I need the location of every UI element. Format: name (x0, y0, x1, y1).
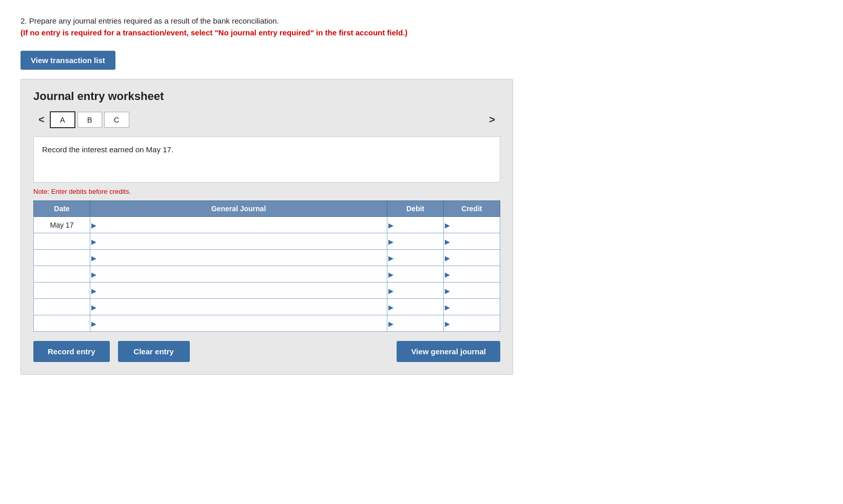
credit-cell-0[interactable]: ▶ (444, 217, 500, 233)
credit-cell-1[interactable]: ▶ (444, 233, 500, 250)
credit-input-0[interactable] (444, 217, 500, 233)
table-row: ▶▶▶ (34, 315, 500, 332)
debit-cell-4[interactable]: ▶ (387, 283, 444, 299)
credit-input-3[interactable] (444, 266, 500, 282)
header-credit: Credit (444, 201, 500, 217)
debit-input-0[interactable] (387, 217, 443, 233)
date-cell-6 (34, 315, 90, 332)
debit-cell-5[interactable]: ▶ (387, 299, 444, 315)
instruction-bold-red: (If no entry is required for a transacti… (21, 28, 407, 37)
view-general-journal-button[interactable]: View general journal (397, 341, 500, 362)
table-row: May 17▶▶▶ (34, 217, 500, 233)
date-cell-2 (34, 250, 90, 266)
credit-cell-5[interactable]: ▶ (444, 299, 500, 315)
description-box: Record the interest earned on May 17. (33, 136, 500, 183)
tabs-row: < A B C > (33, 111, 500, 128)
date-cell-1 (34, 233, 90, 250)
debit-cell-3[interactable]: ▶ (387, 266, 444, 283)
date-cell-0: May 17 (34, 217, 90, 233)
record-entry-button[interactable]: Record entry (33, 341, 110, 362)
debit-input-6[interactable] (387, 315, 443, 331)
description-text: Record the interest earned on May 17. (42, 145, 173, 154)
view-transaction-list-button[interactable]: View transaction list (21, 51, 115, 70)
gj-input-2[interactable] (90, 250, 387, 266)
debit-input-5[interactable] (387, 299, 443, 315)
tab-next-button[interactable]: > (484, 112, 500, 128)
debit-cell-2[interactable]: ▶ (387, 250, 444, 266)
instruction-prefix: 2. Prepare any journal entries required … (21, 16, 279, 25)
credit-cell-2[interactable]: ▶ (444, 250, 500, 266)
header-debit: Debit (387, 201, 444, 217)
table-row: ▶▶▶ (34, 250, 500, 266)
gj-input-6[interactable] (90, 315, 387, 331)
table-header-row: Date General Journal Debit Credit (34, 201, 500, 217)
gj-input-cell-1[interactable]: ▶ (90, 233, 387, 250)
debit-input-3[interactable] (387, 266, 443, 282)
credit-input-2[interactable] (444, 250, 500, 266)
header-date: Date (34, 201, 90, 217)
table-row: ▶▶▶ (34, 233, 500, 250)
credit-input-1[interactable] (444, 233, 500, 249)
worksheet-title: Journal entry worksheet (33, 90, 500, 103)
gj-input-cell-4[interactable]: ▶ (90, 283, 387, 299)
gj-input-1[interactable] (90, 233, 387, 249)
note-text: Note: Enter debits before credits. (33, 188, 500, 195)
gj-input-cell-0[interactable]: ▶ (90, 217, 387, 233)
gj-input-cell-2[interactable]: ▶ (90, 250, 387, 266)
credit-input-6[interactable] (444, 315, 500, 331)
header-general-journal: General Journal (90, 201, 387, 217)
instructions-section: 2. Prepare any journal entries required … (21, 15, 822, 38)
date-cell-4 (34, 283, 90, 299)
gj-input-4[interactable] (90, 283, 387, 298)
credit-cell-6[interactable]: ▶ (444, 315, 500, 332)
debit-input-4[interactable] (387, 283, 443, 298)
gj-input-3[interactable] (90, 266, 387, 282)
gj-input-0[interactable] (90, 217, 387, 233)
journal-table: Date General Journal Debit Credit May 17… (33, 200, 500, 332)
gj-input-cell-5[interactable]: ▶ (90, 299, 387, 315)
credit-input-5[interactable] (444, 299, 500, 315)
table-row: ▶▶▶ (34, 299, 500, 315)
gj-input-cell-6[interactable]: ▶ (90, 315, 387, 332)
table-row: ▶▶▶ (34, 283, 500, 299)
tab-A[interactable]: A (50, 111, 75, 128)
debit-input-2[interactable] (387, 250, 443, 266)
date-cell-3 (34, 266, 90, 283)
journal-entry-worksheet: Journal entry worksheet < A B C > Record… (21, 79, 513, 375)
credit-input-4[interactable] (444, 283, 500, 298)
date-cell-5 (34, 299, 90, 315)
gj-input-5[interactable] (90, 299, 387, 315)
bottom-buttons: Record entry Clear entry View general jo… (33, 341, 500, 362)
debit-cell-6[interactable]: ▶ (387, 315, 444, 332)
gj-input-cell-3[interactable]: ▶ (90, 266, 387, 283)
credit-cell-4[interactable]: ▶ (444, 283, 500, 299)
clear-entry-button[interactable]: Clear entry (118, 341, 190, 362)
tab-B[interactable]: B (77, 112, 102, 128)
debit-cell-1[interactable]: ▶ (387, 233, 444, 250)
table-row: ▶▶▶ (34, 266, 500, 283)
tab-C[interactable]: C (104, 112, 129, 128)
debit-input-1[interactable] (387, 233, 443, 249)
debit-cell-0[interactable]: ▶ (387, 217, 444, 233)
credit-cell-3[interactable]: ▶ (444, 266, 500, 283)
tab-prev-button[interactable]: < (33, 112, 50, 128)
